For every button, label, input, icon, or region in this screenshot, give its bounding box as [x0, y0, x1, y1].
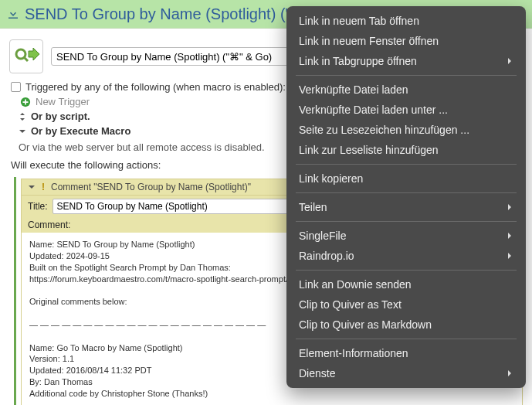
context-menu-item-label: Teilen [299, 201, 506, 213]
context-menu-item-label: Link in neuem Tab öffnen [299, 15, 513, 27]
context-menu-item-label: SingleFile [299, 230, 506, 242]
context-menu-item[interactable]: SingleFile [286, 226, 526, 246]
context-menu-item[interactable]: Element-Informationen [286, 343, 526, 363]
action-title-label: Title: [28, 201, 48, 212]
chevron-right-icon [506, 252, 513, 260]
download-icon [6, 7, 20, 21]
context-menu-item-label: Link in Tabgruppe öffnen [299, 55, 506, 67]
chevron-right-icon [506, 369, 513, 377]
context-menu-item-label: Element-Informationen [299, 347, 513, 359]
context-menu-item[interactable]: Clip to Quiver as Markdown [286, 315, 526, 335]
macro-title: SEND To Group by Name (Spotlight) ("⌘" [25, 5, 312, 23]
context-menu-item-label: Raindrop.io [299, 250, 506, 262]
context-menu-separator [296, 339, 517, 339]
context-menu-item[interactable]: Link in neuem Tab öffnen [286, 11, 526, 31]
context-menu-item-label: Link kopieren [299, 172, 513, 185]
action-header-text: Comment "SEND To Group by Name (Spotligh… [51, 182, 251, 192]
chevron-down-icon [28, 183, 36, 191]
context-menu-item[interactable]: Raindrop.io [286, 246, 526, 266]
warning-icon: ! [42, 182, 45, 192]
context-menu-item-label: Dienste [299, 367, 506, 379]
context-menu-item-label: Verknüpfte Datei laden [299, 83, 513, 96]
context-menu-item[interactable]: Teilen [286, 197, 526, 217]
chevron-right-icon [506, 232, 513, 240]
context-menu-item-label: Link an Downie senden [299, 278, 513, 291]
chevron-right-icon [506, 57, 513, 65]
context-menu-item[interactable]: Link an Downie senden [286, 274, 526, 294]
context-menu-separator [296, 164, 517, 165]
context-menu-separator [296, 221, 517, 222]
context-menu-item[interactable]: Seite zu Lesezeichen hinzufügen ... [286, 120, 526, 140]
context-menu-item-label: Verknüpfte Datei laden unter ... [299, 104, 513, 116]
context-menu-item-label: Seite zu Lesezeichen hinzufügen ... [299, 124, 513, 136]
plus-icon [20, 97, 31, 107]
svg-line-1 [24, 57, 28, 61]
context-menu-item-label: Link in neuem Fenster öffnen [299, 35, 513, 47]
context-menu-separator [296, 270, 517, 271]
context-menu-item[interactable]: Verknüpfte Datei laden unter ... [286, 100, 526, 120]
context-menu-item[interactable]: Verknüpfte Datei laden [286, 80, 526, 100]
context-menu-separator [296, 75, 517, 76]
macro-icon-well[interactable] [9, 39, 43, 73]
context-menu-item-label: Link zur Leseliste hinzufügen [299, 144, 513, 156]
chevron-down-icon [19, 128, 26, 135]
trigger-label: Triggered by any of the following (when … [25, 81, 286, 93]
context-menu-item[interactable]: Clip to Quiver as Text [286, 294, 526, 315]
chevron-right-icon [506, 203, 513, 211]
context-menu-separator [296, 192, 517, 193]
context-menu-item-label: Clip to Quiver as Markdown [299, 318, 513, 331]
context-menu-item[interactable]: Link in neuem Fenster öffnen [286, 31, 526, 51]
context-menu-item[interactable]: Link kopieren [286, 168, 526, 189]
context-menu-item[interactable]: Link zur Leseliste hinzufügen [286, 140, 526, 160]
updown-icon [19, 113, 26, 121]
context-menu-item[interactable]: Dienste [286, 363, 526, 383]
magnifier-arrow-icon [13, 45, 39, 68]
context-menu: Link in neuem Tab öffnenLink in neuem Fe… [286, 6, 526, 388]
or-by-script-label: Or by script. [31, 111, 90, 122]
trigger-checkbox[interactable] [11, 82, 21, 92]
context-menu-item[interactable]: Link in Tabgruppe öffnen [286, 51, 526, 71]
new-trigger-label: New Trigger [36, 96, 90, 107]
context-menu-item-label: Clip to Quiver as Text [299, 298, 513, 311]
or-by-execute-macro-label: Or by Execute Macro [31, 125, 130, 137]
